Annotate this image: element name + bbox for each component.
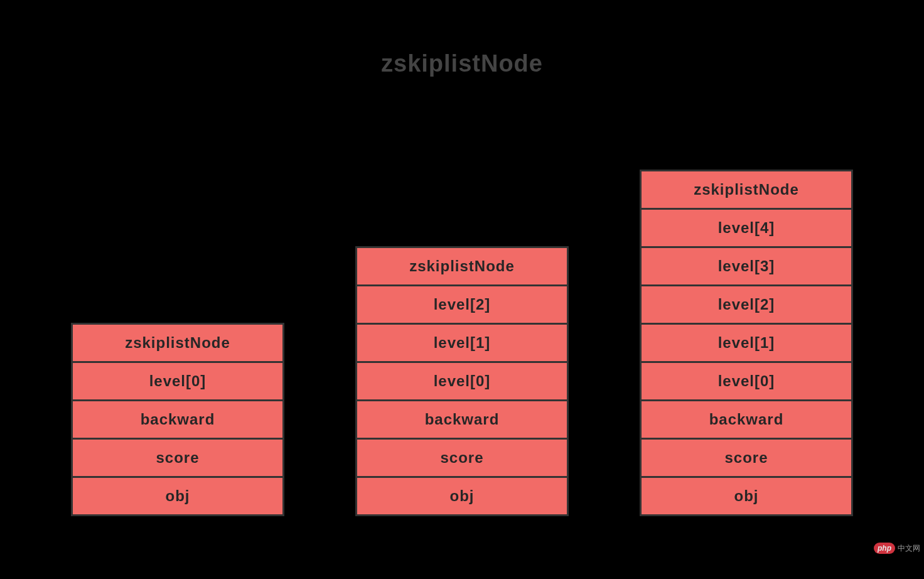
node-obj: obj: [71, 476, 284, 516]
node-level: level[3]: [640, 246, 853, 286]
node-score: score: [71, 438, 284, 478]
node-level: level[4]: [640, 208, 853, 248]
watermark: php 中文网: [874, 543, 920, 554]
node-level: level[0]: [71, 361, 284, 401]
node-header: zskiplistNode: [640, 170, 853, 210]
node-obj: obj: [355, 476, 569, 516]
skiplist-node: zskiplistNodelevel[0]backwardscoreobj: [71, 323, 284, 516]
node-level: level[1]: [355, 323, 569, 363]
node-obj: obj: [640, 476, 853, 516]
node-backward: backward: [640, 399, 853, 440]
node-score: score: [355, 438, 569, 478]
node-level: level[0]: [640, 361, 853, 401]
watermark-text: 中文网: [898, 543, 920, 554]
skiplist-node: zskiplistNodelevel[2]level[1]level[0]bac…: [355, 246, 569, 516]
node-backward: backward: [71, 399, 284, 440]
node-header: zskiplistNode: [355, 246, 569, 286]
skiplist-node: zskiplistNodelevel[4]level[3]level[2]lev…: [640, 170, 853, 516]
node-level: level[1]: [640, 323, 853, 363]
node-level: level[2]: [355, 284, 569, 325]
watermark-pill: php: [874, 543, 895, 554]
node-backward: backward: [355, 399, 569, 440]
diagram-title: zskiplistNode: [0, 50, 924, 77]
node-level: level[2]: [640, 284, 853, 325]
node-header: zskiplistNode: [71, 323, 284, 363]
nodes-container: zskiplistNodelevel[0]backwardscoreobjzsk…: [0, 170, 924, 516]
node-level: level[0]: [355, 361, 569, 401]
node-score: score: [640, 438, 853, 478]
